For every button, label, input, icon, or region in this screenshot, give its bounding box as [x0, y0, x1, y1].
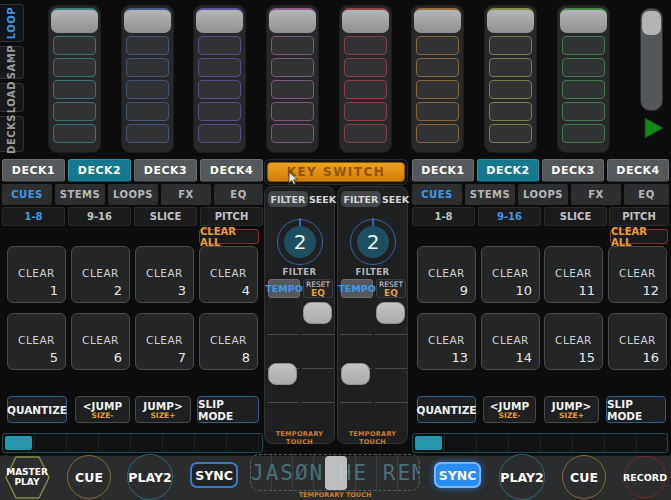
sync-right-button[interactable]: SYNC	[434, 462, 481, 488]
strip-segment[interactable]	[489, 80, 532, 99]
loop-fader-strip-5[interactable]	[339, 5, 392, 153]
touch-fader-lane[interactable]	[267, 301, 299, 429]
right-subtab-pitch[interactable]: PITCH	[609, 207, 669, 226]
left-tab-cues[interactable]: CUES	[2, 184, 52, 205]
strip-segment[interactable]	[53, 102, 96, 121]
strip-segment[interactable]	[198, 58, 241, 77]
filter-knob[interactable]: 2	[357, 226, 389, 258]
fader-cap[interactable]	[342, 8, 389, 33]
loop-fader-strip-8[interactable]	[557, 5, 610, 153]
play-icon[interactable]	[644, 117, 664, 139]
loop-fader-strip-1[interactable]	[48, 5, 101, 153]
clear-pad-16[interactable]: CLEAR16	[608, 313, 667, 370]
left-subtab-1-8[interactable]: 1-8	[2, 207, 65, 226]
strip-segment[interactable]	[344, 102, 387, 121]
record-button[interactable]: RECORD	[624, 456, 666, 498]
strip-segment[interactable]	[416, 80, 459, 99]
strip-segment[interactable]	[344, 80, 387, 99]
play2-left-button[interactable]: PLAY2	[127, 454, 173, 500]
left-jump-fwd-button[interactable]: JUMP>SIZE+	[135, 396, 191, 423]
clear-pad-13[interactable]: CLEAR13	[417, 313, 476, 370]
fader-cap[interactable]	[124, 8, 171, 33]
clear-pad-11[interactable]: CLEAR11	[544, 246, 603, 303]
strip-segment[interactable]	[489, 36, 532, 55]
loop-fader-strip-3[interactable]	[193, 5, 246, 153]
fader-handle[interactable]	[268, 363, 297, 385]
left-tab-stems[interactable]: STEMS	[55, 184, 105, 205]
left-quantize-button[interactable]: QUANTIZE	[7, 396, 67, 423]
right-jump-back-button[interactable]: <JUMPSIZE-	[483, 396, 536, 423]
touch-fader-lane[interactable]	[375, 301, 407, 429]
track-title-strip[interactable]: JASØN HE REMIX	[250, 454, 420, 491]
strip-segment[interactable]	[198, 102, 241, 121]
left-deck3-button[interactable]: DECK3	[134, 159, 197, 182]
play2-right-button[interactable]: PLAY2	[499, 454, 545, 500]
right-subtab-1-8[interactable]: 1-8	[412, 207, 475, 226]
strip-segment[interactable]	[271, 102, 314, 121]
strip-segment[interactable]	[562, 58, 605, 77]
strip-segment[interactable]	[271, 80, 314, 99]
left-subtab-pitch[interactable]: PITCH	[200, 207, 263, 226]
strip-segment[interactable]	[344, 58, 387, 77]
cue-right-button[interactable]: CUE	[562, 455, 606, 499]
strip-segment[interactable]	[562, 102, 605, 121]
strip-segment[interactable]	[562, 80, 605, 99]
title-strip-handle[interactable]	[325, 456, 347, 490]
clear-pad-7[interactable]: CLEAR7	[135, 313, 194, 370]
left-deck2-button[interactable]: DECK2	[68, 159, 131, 182]
right-subtab-slice[interactable]: SLICE	[544, 207, 607, 226]
mini-fader[interactable]	[640, 8, 663, 111]
fader-cap[interactable]	[414, 8, 461, 33]
loop-fader-strip-7[interactable]	[484, 5, 537, 153]
left-clear-all-button[interactable]: CLEAR ALL	[199, 229, 259, 244]
loop-fader-strip-4[interactable]	[266, 5, 319, 153]
fader-handle[interactable]	[376, 302, 405, 324]
right-touch-strip[interactable]	[412, 433, 668, 453]
left-slip-mode-button[interactable]: SLIP MODE	[197, 396, 259, 423]
fader-cap[interactable]	[196, 8, 243, 33]
right-tab-loops[interactable]: LOOPS	[518, 184, 568, 205]
filter-knob[interactable]: 2	[284, 226, 316, 258]
reset-eq-button[interactable]: RESETEQ	[303, 279, 333, 298]
right-tab-eq[interactable]: EQ	[624, 184, 669, 205]
right-deck1-button[interactable]: DECK1	[412, 159, 474, 182]
strip-segment[interactable]	[271, 36, 314, 55]
sidebar-tab-decks[interactable]: DECKS	[0, 116, 24, 152]
strip-segment[interactable]	[53, 124, 96, 143]
strip-segment[interactable]	[344, 36, 387, 55]
loop-fader-strip-2[interactable]	[121, 5, 174, 153]
strip-segment[interactable]	[271, 124, 314, 143]
right-tab-stems[interactable]: STEMS	[465, 184, 515, 205]
clear-pad-10[interactable]: CLEAR10	[481, 246, 540, 303]
master-play-button[interactable]: MASTER PLAY	[5, 456, 49, 498]
left-subtab-9-16[interactable]: 9-16	[68, 207, 131, 226]
left-tab-eq[interactable]: EQ	[214, 184, 263, 205]
fader-cap[interactable]	[487, 8, 534, 33]
touch-strip-handle[interactable]	[415, 436, 442, 450]
left-tab-loops[interactable]: LOOPS	[108, 184, 158, 205]
strip-segment[interactable]	[53, 58, 96, 77]
cue-left-button[interactable]: CUE	[67, 455, 111, 499]
sync-left-button[interactable]: SYNC	[190, 462, 238, 488]
clear-pad-3[interactable]: CLEAR3	[135, 246, 194, 303]
strip-segment[interactable]	[562, 124, 605, 143]
fader-handle[interactable]	[303, 302, 332, 324]
clear-pad-15[interactable]: CLEAR15	[544, 313, 603, 370]
fader-cap[interactable]	[560, 8, 607, 33]
strip-segment[interactable]	[198, 80, 241, 99]
left-deck4-button[interactable]: DECK4	[200, 159, 263, 182]
filter-tab[interactable]: FILTER	[341, 191, 381, 207]
strip-segment[interactable]	[562, 36, 605, 55]
clear-pad-9[interactable]: CLEAR9	[417, 246, 476, 303]
strip-segment[interactable]	[416, 36, 459, 55]
clear-pad-12[interactable]: CLEAR12	[608, 246, 667, 303]
strip-segment[interactable]	[126, 36, 169, 55]
clear-pad-1[interactable]: CLEAR1	[7, 246, 66, 303]
clear-pad-8[interactable]: CLEAR8	[199, 313, 258, 370]
strip-segment[interactable]	[489, 58, 532, 77]
strip-segment[interactable]	[489, 102, 532, 121]
tempo-button[interactable]: TEMPO	[268, 279, 300, 298]
fader-cap[interactable]	[51, 8, 98, 33]
clear-pad-6[interactable]: CLEAR6	[71, 313, 130, 370]
fader-cap[interactable]	[269, 8, 316, 33]
